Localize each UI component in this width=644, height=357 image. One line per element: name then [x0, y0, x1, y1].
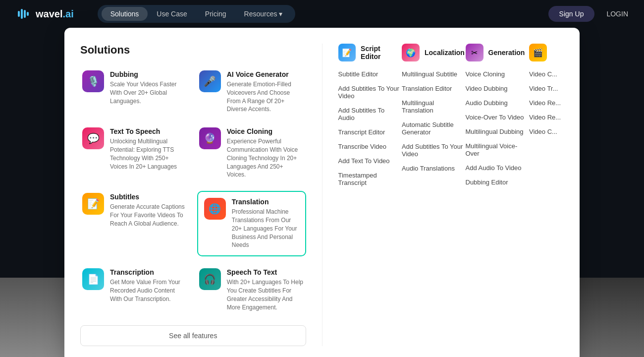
tts-icon: 💬: [82, 127, 104, 149]
cat-item[interactable]: Multilingual Subtitle: [402, 69, 466, 79]
transcription-icon: 📄: [82, 268, 104, 290]
transcription-name: Transcription: [110, 268, 187, 276]
cat-item[interactable]: Video Re...: [529, 113, 564, 122]
transcription-desc: Get More Value From Your Recorded Audio …: [110, 278, 187, 303]
solutions-dropdown: Solutions 🎙️ Dubbing Scale Your Videos F…: [64, 28, 580, 357]
cat-item[interactable]: Video C...: [529, 127, 564, 136]
generation-icon: ✂: [466, 44, 483, 61]
solution-grid: 🎙️ Dubbing Scale Your Videos Faster With…: [80, 68, 306, 313]
category-generation: ✂ Generation Voice Cloning Video Dubbing…: [466, 44, 530, 187]
cat-item[interactable]: Dubbing Editor: [466, 178, 530, 187]
right-columns: 📝 Script Editor Subtitle Editor Add Subt…: [338, 44, 564, 187]
ai-voice-desc: Generate Emotion-Filled Voiceovers And C…: [227, 80, 304, 114]
cat-item[interactable]: Add Audio To Video: [466, 163, 530, 173]
dubbing-desc: Scale Your Videos Faster With Over 20+ G…: [110, 80, 187, 105]
localization-icon: 🌍: [402, 44, 420, 61]
generation-title: Generation: [488, 49, 525, 57]
logo-icon: [16, 6, 32, 22]
script-editor-title: Script Editor: [361, 45, 402, 60]
voice-cloning-icon: 🔮: [199, 127, 221, 149]
nav-resources[interactable]: Resources ▾: [235, 7, 292, 21]
translation-desc: Professional Machine Translations From O…: [232, 208, 299, 249]
voice-cloning-name: Voice Cloning: [227, 127, 304, 135]
nav-use-case[interactable]: Use Case: [148, 7, 196, 21]
cat-item[interactable]: Video Tr...: [529, 84, 564, 93]
svg-rect-0: [18, 11, 20, 17]
cat-item[interactable]: Translation Editor: [402, 84, 466, 93]
cat-item[interactable]: Audio Dubbing: [466, 98, 530, 108]
signup-button[interactable]: Sign Up: [548, 6, 595, 22]
nav-links: Solutions Use Case Pricing Resources ▾: [98, 5, 296, 23]
translation-icon: 🌐: [204, 198, 226, 220]
cat-item[interactable]: Timestamped Transcript: [338, 171, 402, 187]
cat-item[interactable]: Multilingual Translation: [402, 98, 466, 115]
video-items: Video C... Video Tr... Video Re... Video…: [529, 69, 564, 136]
solution-transcription[interactable]: 📄 Transcription Get More Value From Your…: [80, 266, 189, 313]
svg-rect-2: [24, 10, 26, 18]
script-editor-items: Subtitle Editor Add Subtitles To Your Vi…: [338, 69, 402, 187]
subtitles-name: Subtitles: [110, 193, 187, 201]
solution-subtitles[interactable]: 📝 Subtitles Generate Accurate Captions F…: [80, 191, 189, 256]
solution-stt[interactable]: 🎧 Speech To Text With 20+ Languages To H…: [197, 266, 306, 313]
cat-item[interactable]: Video Dubbing: [466, 84, 530, 93]
dubbing-name: Dubbing: [110, 70, 187, 78]
nav-right: Sign Up LOGIN: [548, 6, 628, 22]
voice-cloning-desc: Experience Powerful Communication With V…: [227, 137, 304, 179]
script-editor-icon: 📝: [338, 44, 356, 61]
solutions-right: 📝 Script Editor Subtitle Editor Add Subt…: [322, 44, 564, 346]
tts-name: Text To Speech: [110, 127, 187, 135]
navbar: wavel.ai Solutions Use Case Pricing Reso…: [0, 0, 644, 28]
tts-desc: Unlocking Multilingual Potential: Explor…: [110, 137, 187, 171]
ai-voice-name: AI Voice Generator: [227, 70, 304, 78]
svg-rect-1: [21, 9, 23, 19]
cat-item[interactable]: Voice-Over To Video: [466, 113, 530, 122]
cat-item[interactable]: Video C...: [529, 69, 564, 79]
video-icon: 🎬: [529, 44, 547, 61]
subtitles-desc: Generate Accurate Captions For Your Favo…: [110, 203, 187, 228]
cat-item[interactable]: Add Subtitles To Your Video: [402, 142, 466, 159]
solutions-title: Solutions: [80, 44, 306, 57]
ai-voice-icon: 🎤: [199, 70, 221, 92]
logo[interactable]: wavel.ai: [16, 6, 74, 22]
solution-dubbing[interactable]: 🎙️ Dubbing Scale Your Videos Faster With…: [80, 68, 189, 116]
cat-item[interactable]: Automatic Subtitle Generator: [402, 120, 466, 137]
login-button[interactable]: LOGIN: [606, 10, 628, 18]
dubbing-icon: 🎙️: [82, 70, 104, 92]
solution-ai-voice[interactable]: 🎤 AI Voice Generator Generate Emotion-Fi…: [197, 68, 306, 116]
svg-rect-3: [27, 12, 29, 16]
stt-desc: With 20+ Languages To Help You Create Su…: [227, 278, 304, 311]
nav-solutions[interactable]: Solutions: [102, 7, 148, 21]
cat-item[interactable]: Audio Translations: [402, 164, 466, 173]
stt-icon: 🎧: [199, 268, 221, 290]
category-script-editor: 📝 Script Editor Subtitle Editor Add Subt…: [338, 44, 402, 187]
translation-name: Translation: [232, 198, 299, 206]
category-localization: 🌍 Localization Multilingual Subtitle Tra…: [402, 44, 466, 187]
cat-item[interactable]: Multilingual Dubbing: [466, 127, 530, 136]
cat-item[interactable]: Video Re...: [529, 98, 564, 108]
see-all-button[interactable]: See all features: [80, 325, 306, 346]
localization-title: Localization: [425, 49, 465, 57]
cat-item[interactable]: Voice Cloning: [466, 69, 530, 79]
solutions-left: Solutions 🎙️ Dubbing Scale Your Videos F…: [80, 44, 322, 346]
cat-item[interactable]: Add Text To Video: [338, 156, 402, 166]
category-video: 🎬 Video C... Video Tr... Video Re... Vid…: [529, 44, 564, 187]
cat-item[interactable]: Subtitle Editor: [338, 69, 402, 79]
cat-item[interactable]: Add Subtitles To Your Video: [338, 84, 402, 101]
cat-item[interactable]: Add Subtitles To Audio: [338, 106, 402, 122]
subtitles-icon: 📝: [82, 193, 104, 215]
cat-item[interactable]: Multilingual Voice-Over: [466, 141, 530, 158]
localization-items: Multilingual Subtitle Translation Editor…: [402, 69, 466, 173]
solution-translation[interactable]: 🌐 Translation Professional Machine Trans…: [197, 191, 306, 256]
solution-voice-cloning[interactable]: 🔮 Voice Cloning Experience Powerful Comm…: [197, 125, 306, 181]
cat-item[interactable]: Transcript Editor: [338, 127, 402, 137]
nav-pricing[interactable]: Pricing: [196, 7, 235, 21]
cat-item[interactable]: Transcribe Video: [338, 142, 402, 151]
generation-items: Voice Cloning Video Dubbing Audio Dubbin…: [466, 69, 530, 187]
stt-name: Speech To Text: [227, 268, 304, 276]
solution-tts[interactable]: 💬 Text To Speech Unlocking Multilingual …: [80, 125, 189, 181]
logo-text: wavel.ai: [36, 8, 74, 20]
